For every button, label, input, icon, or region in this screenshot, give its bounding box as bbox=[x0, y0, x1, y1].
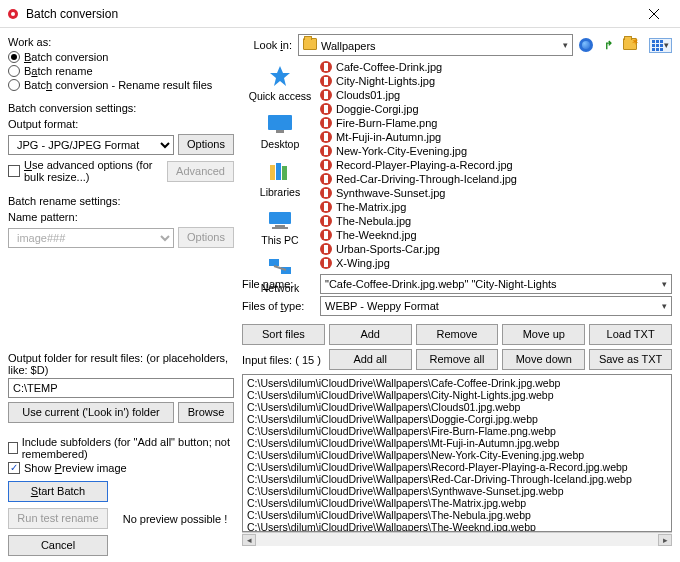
input-file-row[interactable]: C:\Users\dilum\iCloudDrive\Wallpapers\Ne… bbox=[247, 449, 667, 461]
svg-rect-5 bbox=[268, 115, 292, 130]
add-button[interactable]: Add bbox=[329, 324, 412, 345]
remove-button[interactable]: Remove bbox=[416, 324, 499, 345]
input-file-row[interactable]: C:\Users\dilum\iCloudDrive\Wallpapers\Do… bbox=[247, 413, 667, 425]
place-this-pc[interactable]: This PC bbox=[261, 208, 298, 246]
use-current-button[interactable]: Use current ('Look in') folder bbox=[8, 402, 174, 423]
include-subfolders-check[interactable]: Include subfolders (for "Add all" button… bbox=[8, 436, 234, 460]
image-file-icon bbox=[320, 159, 332, 171]
input-file-row[interactable]: C:\Users\dilum\iCloudDrive\Wallpapers\Ca… bbox=[247, 377, 667, 389]
file-type-label: Files of type: bbox=[242, 300, 314, 312]
input-file-row[interactable]: C:\Users\dilum\iCloudDrive\Wallpapers\Th… bbox=[247, 521, 667, 532]
name-pattern-label: Name pattern: bbox=[8, 211, 234, 223]
file-item[interactable]: Mt-Fuji-in-Autumn.jpg bbox=[318, 130, 672, 144]
input-file-row[interactable]: C:\Users\dilum\iCloudDrive\Wallpapers\Th… bbox=[247, 509, 667, 521]
file-name-label: File name: bbox=[242, 278, 314, 290]
close-button[interactable] bbox=[634, 0, 674, 28]
radio-batch-conversion-rename[interactable]: Batch conversion - Rename result files bbox=[8, 79, 234, 91]
input-file-row[interactable]: C:\Users\dilum\iCloudDrive\Wallpapers\Ci… bbox=[247, 389, 667, 401]
conv-settings-heading: Batch conversion settings: bbox=[8, 102, 234, 114]
load-txt-button[interactable]: Load TXT bbox=[589, 324, 672, 345]
place-quick-access[interactable]: Quick access bbox=[249, 64, 311, 102]
place-libraries[interactable]: Libraries bbox=[260, 160, 300, 198]
file-item[interactable]: The-Weeknd.jpg bbox=[318, 228, 672, 242]
file-item[interactable]: Record-Player-Playing-a-Record.jpg bbox=[318, 158, 672, 172]
file-item[interactable]: Cafe-Coffee-Drink.jpg bbox=[318, 60, 672, 74]
file-list[interactable]: Cafe-Coffee-Drink.jpgCity-Night-Lights.j… bbox=[318, 60, 672, 270]
browse-button[interactable]: Browse bbox=[178, 402, 234, 423]
move-up-button[interactable]: Move up bbox=[502, 324, 585, 345]
input-file-row[interactable]: C:\Users\dilum\iCloudDrive\Wallpapers\Th… bbox=[247, 497, 667, 509]
svg-rect-6 bbox=[276, 130, 284, 133]
radio-batch-rename[interactable]: Batch rename bbox=[8, 65, 234, 77]
input-file-row[interactable]: C:\Users\dilum\iCloudDrive\Wallpapers\Re… bbox=[247, 473, 667, 485]
file-item[interactable]: X-Wing.jpg bbox=[318, 256, 672, 270]
file-item[interactable]: Clouds01.jpg bbox=[318, 88, 672, 102]
move-down-button[interactable]: Move down bbox=[502, 349, 585, 370]
file-item[interactable]: Fire-Burn-Flame.png bbox=[318, 116, 672, 130]
save-txt-button[interactable]: Save as TXT bbox=[589, 349, 672, 370]
up-folder-icon[interactable]: ↱ bbox=[601, 38, 615, 52]
advanced-button: Advanced bbox=[167, 161, 234, 182]
chevron-down-icon: ▾ bbox=[662, 279, 667, 289]
input-file-row[interactable]: C:\Users\dilum\iCloudDrive\Wallpapers\Mt… bbox=[247, 437, 667, 449]
output-folder-label: Output folder for result files: (or plac… bbox=[8, 352, 234, 376]
file-item[interactable]: Doggie-Corgi.jpg bbox=[318, 102, 672, 116]
include-subfolders-label: Include subfolders (for "Add all" button… bbox=[22, 436, 234, 460]
file-item[interactable]: Synthwave-Sunset.jpg bbox=[318, 186, 672, 200]
file-item[interactable]: New-York-City-Evening.jpg bbox=[318, 144, 672, 158]
file-name-field[interactable]: "Cafe-Coffee-Drink.jpg.webp" "City-Night… bbox=[320, 274, 672, 294]
lookin-select[interactable]: Wallpapers ▾ bbox=[298, 34, 573, 56]
app-icon bbox=[6, 7, 20, 21]
window-title: Batch conversion bbox=[26, 7, 634, 21]
svg-point-1 bbox=[11, 12, 15, 16]
use-advanced-check[interactable] bbox=[8, 165, 20, 177]
new-folder-icon[interactable]: ✶ bbox=[623, 38, 641, 52]
options-button[interactable]: Options bbox=[178, 134, 234, 155]
start-batch-button[interactable]: Start Batch bbox=[8, 481, 108, 502]
image-file-icon bbox=[320, 257, 332, 269]
file-type-select[interactable]: WEBP - Weppy Format ▾ bbox=[320, 296, 672, 316]
remove-all-button[interactable]: Remove all bbox=[416, 349, 499, 370]
right-pane: Look in: Wallpapers ▾ ↱ ✶ ▾ Quick access bbox=[242, 28, 680, 562]
file-item[interactable]: Urban-Sports-Car.jpg bbox=[318, 242, 672, 256]
file-item[interactable]: The-Matrix.jpg bbox=[318, 200, 672, 214]
pc-icon bbox=[266, 208, 294, 232]
rename-settings-heading: Batch rename settings: bbox=[8, 195, 234, 207]
output-folder-input[interactable] bbox=[8, 378, 234, 398]
rename-options-button: Options bbox=[178, 227, 234, 248]
file-name-value: "Cafe-Coffee-Drink.jpg.webp" "City-Night… bbox=[325, 278, 557, 290]
scroll-right-icon[interactable]: ▸ bbox=[658, 534, 672, 546]
back-icon[interactable] bbox=[579, 38, 593, 52]
input-file-row[interactable]: C:\Users\dilum\iCloudDrive\Wallpapers\Cl… bbox=[247, 401, 667, 413]
place-desktop[interactable]: Desktop bbox=[261, 112, 300, 150]
preview-text: No preview possible ! bbox=[123, 513, 228, 525]
scroll-left-icon[interactable]: ◂ bbox=[242, 534, 256, 546]
image-file-icon bbox=[320, 243, 332, 255]
use-advanced-label: se advanced options (for bulk resize...) bbox=[24, 159, 152, 183]
desktop-icon bbox=[266, 112, 294, 136]
svg-rect-13 bbox=[269, 259, 279, 266]
file-item[interactable]: The-Nebula.jpg bbox=[318, 214, 672, 228]
titlebar: Batch conversion bbox=[0, 0, 680, 28]
file-item[interactable]: Red-Car-Driving-Through-Iceland.jpg bbox=[318, 172, 672, 186]
chevron-down-icon: ▾ bbox=[563, 40, 568, 50]
sort-files-button[interactable]: Sort files bbox=[242, 324, 325, 345]
left-pane: Work as: Batch conversion Batch rename B… bbox=[0, 28, 242, 562]
show-preview-label: review image bbox=[62, 462, 127, 474]
chevron-down-icon: ▾ bbox=[664, 40, 669, 50]
view-menu-button[interactable]: ▾ bbox=[649, 38, 672, 53]
preview-box: No preview possible ! bbox=[116, 481, 234, 556]
add-all-button[interactable]: Add all bbox=[329, 349, 412, 370]
image-file-icon bbox=[320, 75, 332, 87]
horizontal-scrollbar[interactable]: ◂ ▸ bbox=[242, 532, 672, 546]
file-item[interactable]: City-Night-Lights.jpg bbox=[318, 74, 672, 88]
input-file-row[interactable]: C:\Users\dilum\iCloudDrive\Wallpapers\Re… bbox=[247, 461, 667, 473]
input-file-row[interactable]: C:\Users\dilum\iCloudDrive\Wallpapers\Sy… bbox=[247, 485, 667, 497]
radio-icon bbox=[8, 51, 20, 63]
cancel-button[interactable]: Cancel bbox=[8, 535, 108, 556]
output-format-select[interactable]: JPG - JPG/JPEG Format bbox=[8, 135, 174, 155]
input-files-list[interactable]: C:\Users\dilum\iCloudDrive\Wallpapers\Ca… bbox=[242, 374, 672, 532]
input-file-row[interactable]: C:\Users\dilum\iCloudDrive\Wallpapers\Fi… bbox=[247, 425, 667, 437]
show-preview-check[interactable]: Show Preview image bbox=[8, 462, 234, 474]
radio-batch-conversion[interactable]: Batch conversion bbox=[8, 51, 234, 63]
